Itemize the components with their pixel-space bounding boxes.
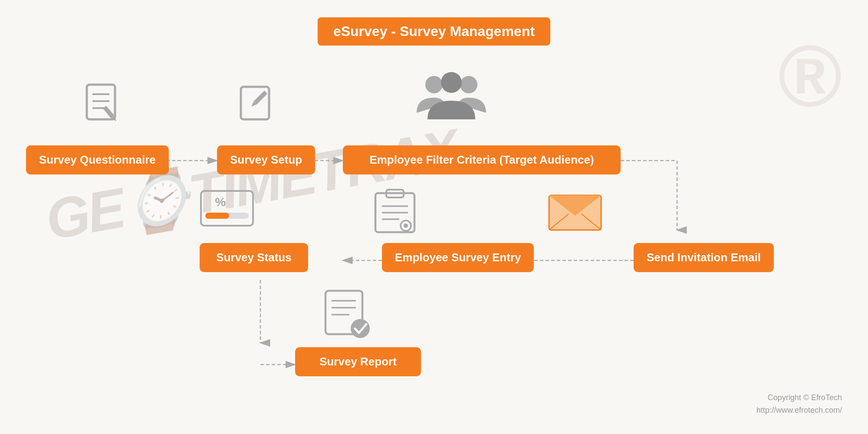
svg-text:%: % xyxy=(215,195,226,209)
svg-point-18 xyxy=(425,76,443,93)
svg-point-31 xyxy=(404,224,408,228)
copyright: Copyright © EfroTech http://www.efrotech… xyxy=(756,391,842,417)
arrows-layer xyxy=(0,0,868,434)
survey-questionnaire-button[interactable]: Survey Questionnaire xyxy=(26,145,169,174)
send-invitation-email-button[interactable]: Send Invitation Email xyxy=(634,243,774,272)
survey-questionnaire-icon xyxy=(76,78,128,130)
svg-rect-16 xyxy=(253,91,267,105)
svg-point-41 xyxy=(351,319,370,338)
svg-point-20 xyxy=(441,72,462,93)
survey-setup-button[interactable]: Survey Setup xyxy=(217,145,315,174)
watermark-r: ® xyxy=(778,26,842,126)
employee-filter-icon xyxy=(412,67,490,128)
survey-report-icon xyxy=(312,286,382,343)
svg-point-19 xyxy=(460,76,477,93)
svg-rect-13 xyxy=(103,106,115,118)
svg-rect-21 xyxy=(201,191,253,226)
employee-survey-entry-button[interactable]: Employee Survey Entry xyxy=(382,243,534,272)
survey-report-button[interactable]: Survey Report xyxy=(295,347,421,376)
employee-filter-button[interactable]: Employee Filter Criteria (Target Audienc… xyxy=(343,145,621,174)
survey-setup-icon xyxy=(230,78,282,130)
send-invitation-email-icon xyxy=(542,182,608,234)
svg-rect-24 xyxy=(205,213,229,219)
survey-status-icon: % xyxy=(197,187,257,230)
page-title: eSurvey - Survey Management xyxy=(318,17,550,46)
employee-survey-entry-icon xyxy=(365,182,425,239)
survey-status-button[interactable]: Survey Status xyxy=(200,243,308,272)
